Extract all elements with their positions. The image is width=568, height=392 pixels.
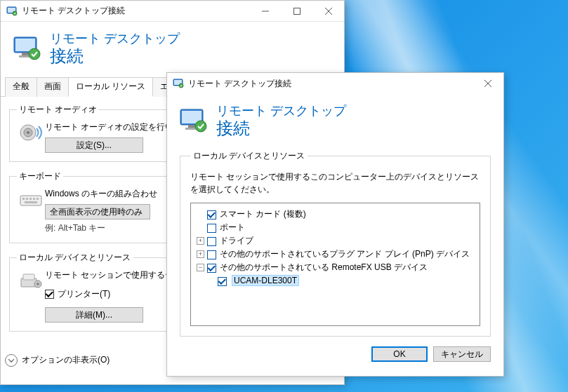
svg-point-25	[37, 283, 39, 285]
tree-item-drive[interactable]: + ドライブ	[197, 234, 474, 248]
svg-rect-19	[33, 198, 35, 200]
minimize-button[interactable]	[249, 1, 281, 21]
svg-rect-15	[20, 196, 41, 205]
svg-rect-21	[25, 201, 37, 203]
app-icon	[6, 6, 18, 17]
group-legend: ローカル デバイスとリソース	[190, 150, 308, 162]
ok-button[interactable]: OK	[371, 346, 428, 362]
tree-label: その他のサポートされている RemoteFX USB デバイス	[220, 262, 428, 273]
checkbox-icon	[218, 277, 227, 286]
collapse-icon[interactable]: −	[197, 264, 204, 271]
tree-label: スマート カード (複数)	[220, 208, 306, 220]
svg-rect-33	[188, 125, 195, 128]
tree-label: ポート	[220, 222, 245, 234]
maximize-button[interactable]	[281, 1, 312, 21]
tab-local-resources[interactable]: ローカル リソース	[68, 77, 153, 97]
instructions: リモート セッションで使用するこのコンピューター上のデバイスとリソースを選択して…	[190, 170, 480, 196]
tab-display[interactable]: 画面	[37, 77, 69, 97]
rdp-banner-icon	[12, 33, 43, 64]
group-local-devices: ローカル デバイスとリソース リモート セッションで使用するこのコンピューター上…	[180, 150, 491, 337]
svg-point-2	[13, 11, 17, 15]
svg-rect-9	[22, 53, 29, 55]
details-button[interactable]: 詳細(M)...	[45, 307, 143, 323]
checkbox-icon	[45, 290, 54, 299]
group-keyboard-legend: キーボード	[17, 170, 63, 182]
app-icon	[173, 78, 184, 89]
tree-item-smartcard[interactable]: スマート カード (複数)	[197, 208, 474, 221]
svg-rect-4	[293, 8, 300, 14]
printer-label: プリンター(T)	[58, 288, 110, 300]
speaker-icon	[17, 120, 45, 145]
svg-rect-20	[37, 198, 39, 200]
group-remote-audio-legend: リモート オーディオ	[17, 104, 99, 116]
rdp-devices-dialog: リモート デスクトップ接続 リモート デスクトップ 接続 ローカル デバイスとリ…	[166, 72, 504, 377]
svg-point-11	[29, 48, 40, 60]
banner-subtitle: 接続	[50, 47, 180, 65]
checkbox-icon	[207, 224, 216, 233]
printer-checkbox[interactable]: プリンター(T)	[45, 288, 110, 300]
tree-item-pnp[interactable]: + その他のサポートされているプラグ アンド プレイ (PnP) デバイス	[197, 248, 474, 261]
banner: リモート デスクトップ 接続	[1, 22, 344, 78]
svg-rect-23	[23, 274, 34, 280]
cancel-button[interactable]: キャンセル	[433, 346, 491, 362]
chevron-up-icon	[5, 354, 18, 367]
svg-rect-16	[22, 198, 25, 200]
keyboard-combo-dropdown[interactable]: 全画面表示の使用時のみ	[45, 204, 150, 219]
expand-icon[interactable]: +	[197, 237, 204, 245]
tree-label: ドライブ	[220, 235, 253, 247]
options-label: オプションの非表示(O)	[22, 354, 110, 366]
close-button[interactable]	[312, 1, 344, 21]
window-title: リモート デスクトップ接続	[22, 5, 249, 17]
banner-subtitle: 接続	[216, 119, 346, 137]
device-tree[interactable]: スマート カード (複数) ポート + ドライブ + その他のサポートされている…	[190, 203, 480, 326]
svg-point-14	[27, 131, 29, 134]
titlebar: リモート デスクトップ接続	[1, 1, 344, 22]
tree-item-ucam[interactable]: UCAM-DLE300T	[197, 274, 474, 288]
tree-item-remotefx-usb[interactable]: − その他のサポートされている RemoteFX USB デバイス	[197, 261, 474, 274]
expand-icon[interactable]: +	[197, 250, 204, 258]
banner-title: リモート デスクトップ	[216, 104, 346, 119]
close-button[interactable]	[472, 73, 503, 94]
svg-rect-18	[29, 198, 32, 200]
checkbox-icon	[207, 237, 216, 246]
banner: リモート デスクトップ 接続	[167, 94, 503, 150]
tree-item-port[interactable]: ポート	[197, 221, 474, 234]
audio-settings-button[interactable]: 設定(S)...	[45, 137, 143, 153]
tab-general[interactable]: 全般	[5, 77, 37, 97]
tree-label-selected: UCAM-DLE300T	[232, 275, 299, 286]
checkbox-icon	[207, 250, 216, 259]
checkbox-icon	[207, 264, 216, 273]
rdp-banner-icon	[178, 105, 209, 136]
checkbox-icon	[207, 210, 216, 219]
keyboard-icon	[17, 187, 45, 212]
svg-point-28	[179, 83, 183, 88]
svg-rect-17	[26, 198, 28, 200]
titlebar: リモート デスクトップ接続	[167, 73, 503, 94]
svg-point-35	[195, 121, 206, 132]
devices-icon	[17, 268, 45, 293]
tree-label: その他のサポートされているプラグ アンド プレイ (PnP) デバイス	[220, 248, 470, 260]
window-title: リモート デスクトップ接続	[188, 78, 472, 90]
group-local-devices-legend: ローカル デバイスとリソース	[17, 252, 133, 264]
banner-title: リモート デスクトップ	[50, 32, 180, 47]
